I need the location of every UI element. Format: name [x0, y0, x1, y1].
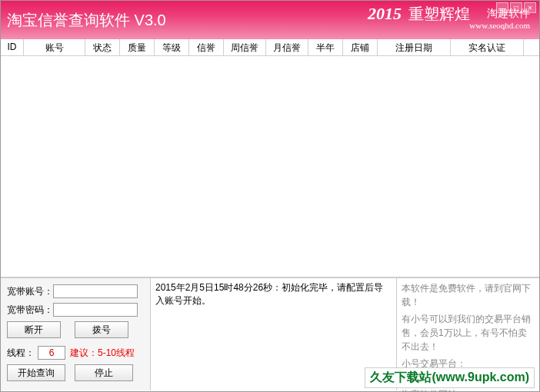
banner-brand-block: 淘趣软件 www.seoqhd.com: [469, 7, 530, 30]
banner-slogan: 重塑辉煌: [408, 5, 470, 22]
dial-button[interactable]: 拨号: [75, 321, 128, 338]
app-window: — □ × 淘宝信誉查询软件 V3.0 2015 重塑辉煌 淘趣软件 www.s…: [0, 0, 540, 392]
column-header[interactable]: 周信誉: [224, 39, 266, 55]
column-header[interactable]: 店铺: [343, 39, 378, 55]
account-label: 宽带账号：: [7, 285, 53, 298]
start-query-button[interactable]: 开始查询: [7, 364, 65, 381]
column-header[interactable]: 半年: [308, 39, 343, 55]
control-panel: 宽带账号： 宽带密码： 断开 拨号 线程： 建议：5-10线程 开始查询 停止: [1, 278, 151, 390]
column-header[interactable]: 实名认证: [451, 39, 524, 55]
column-header[interactable]: ID: [1, 39, 24, 55]
banner-year: 2015: [368, 4, 402, 23]
column-header[interactable]: 状态: [85, 39, 120, 55]
table-header: ID账号状态质量等级信誉周信誉月信誉半年店铺注册日期实名认证: [1, 39, 539, 56]
account-input[interactable]: [53, 284, 138, 298]
password-label: 宽带密码：: [7, 304, 53, 317]
disconnect-button[interactable]: 断开: [7, 321, 61, 338]
column-header[interactable]: 等级: [155, 39, 189, 55]
column-header[interactable]: 质量: [120, 39, 155, 55]
thread-input[interactable]: [38, 346, 65, 360]
log-panel: 2015年2月5日15时48分26秒：初始化完毕，请配置后导入账号开始。: [151, 278, 397, 390]
column-header[interactable]: 注册日期: [378, 39, 451, 55]
titlebar: — □ × 淘宝信誉查询软件 V3.0 2015 重塑辉煌 淘趣软件 www.s…: [1, 1, 539, 39]
password-input[interactable]: [53, 303, 138, 317]
banner-brand: 淘趣软件: [469, 7, 530, 21]
thread-hint: 建议：5-10线程: [70, 347, 135, 360]
banner-url: www.seoqhd.com: [469, 21, 530, 30]
table-body: [1, 56, 539, 277]
info-line-1: 本软件是免费软件，请到官网下载！: [402, 281, 535, 309]
banner: 2015 重塑辉煌: [368, 4, 470, 25]
column-header[interactable]: 月信誉: [266, 39, 308, 55]
info-line-2: 有小号可以到我们的交易平台销售，会员1万以上，有号不怕卖不出去！: [402, 312, 535, 354]
watermark: 久友下载站(www.9upk.com): [365, 367, 535, 388]
log-line: 2015年2月5日15时48分26秒：初始化完毕，请配置后导入账号开始。: [155, 281, 392, 307]
column-header[interactable]: 账号: [24, 39, 85, 55]
column-header[interactable]: 信誉: [189, 39, 224, 55]
table-area: ID账号状态质量等级信誉周信誉月信誉半年店铺注册日期实名认证: [1, 39, 539, 277]
thread-label: 线程：: [7, 347, 38, 360]
stop-button[interactable]: 停止: [75, 364, 133, 381]
